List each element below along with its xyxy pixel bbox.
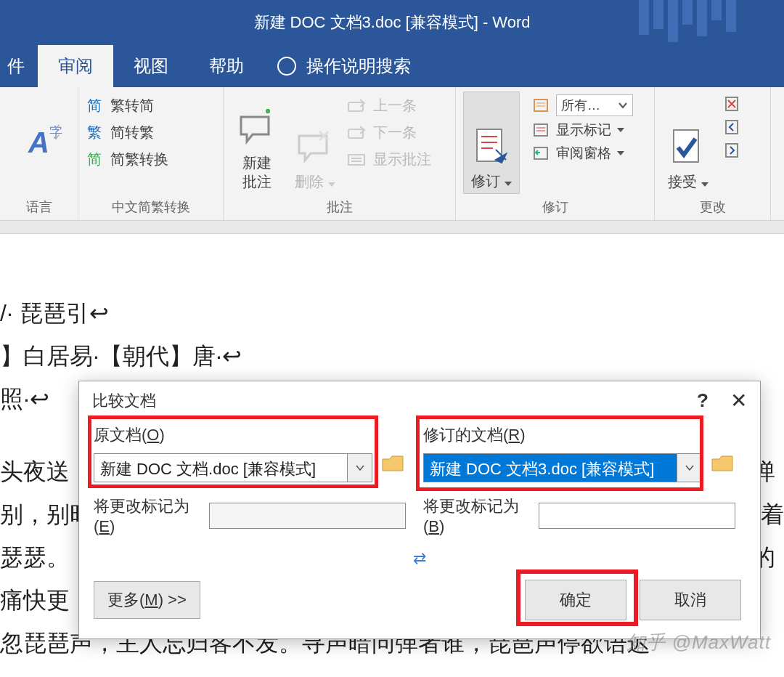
accept-button[interactable]: 接受 [662, 92, 714, 194]
show-markup-icon [533, 123, 550, 137]
dialog-help-button[interactable]: ? [697, 389, 709, 412]
svg-rect-26 [726, 144, 738, 157]
traditional-glyph-icon: 繁 [86, 123, 103, 142]
group-label-language: 语言 [7, 194, 70, 219]
reject-icon [724, 96, 742, 112]
convert-simplified-traditional[interactable]: 简 简繁转换 [86, 150, 168, 169]
tab-help[interactable]: 帮助 [189, 45, 264, 87]
mark-changes-label-2: 将更改标记为(B) [423, 495, 530, 536]
revised-document-dropdown[interactable] [677, 453, 702, 482]
accept-icon [668, 126, 709, 166]
revised-document-combo[interactable]: 新建 DOC 文档3.doc [兼容模式] [423, 453, 677, 482]
group-label-tracking: 修订 [463, 194, 647, 219]
reviewing-pane-button[interactable]: 审阅窗格 [533, 144, 647, 163]
tab-review[interactable]: 审阅 [38, 45, 113, 87]
ribbon: A 字 ✓✓ 语言 简 繁转简 繁 简转繁 简 简繁转换 [0, 87, 784, 221]
doc-line: 】白居易·【朝代】唐·↩ [0, 335, 784, 378]
prev-change-button[interactable] [724, 119, 742, 135]
svg-rect-1 [653, 0, 663, 29]
track-changes-button[interactable]: 修订 [463, 92, 520, 194]
ruler-area [0, 221, 784, 234]
original-document-combo[interactable]: 新建 DOC 文档.doc [兼容模式] [94, 453, 348, 482]
ribbon-group-tracking: 修订 所有… 显示标记 审阅窗格 修订 [456, 87, 655, 220]
prev-comment-button: 上一条 [347, 96, 431, 115]
mark-changes-input-2[interactable] [539, 503, 735, 529]
reviewing-pane-icon [533, 146, 550, 161]
titlebar-graphic [639, 0, 769, 45]
new-comment-icon [237, 107, 277, 147]
original-document-section: 原文档(O) 新建 DOC 文档.doc [兼容模式] 将更改标记为(E) [94, 424, 406, 536]
revised-document-section: 修订的文档(R) 新建 DOC 文档3.doc [兼容模式] 将更改标记为(B) [423, 424, 735, 536]
group-label-changes: 更改 [662, 194, 763, 219]
dialog-close-button[interactable]: ✕ [730, 389, 747, 413]
svg-rect-6 [726, 0, 736, 32]
group-label-simplified: 中文简繁转换 [86, 194, 216, 219]
ribbon-group-language: A 字 ✓✓ 语言 [0, 87, 78, 220]
compare-documents-dialog: 比较文档 ? ✕ 原文档(O) 新建 DOC 文档.doc [兼容模式] 将更改… [78, 381, 761, 639]
language-icon: A [28, 126, 49, 158]
display-for-review[interactable]: 所有… [533, 94, 647, 116]
ribbon-group-simplified: 简 繁转简 繁 简转繁 简 简繁转换 中文简繁转换 [78, 87, 224, 220]
svg-rect-19 [534, 124, 547, 136]
ok-button[interactable]: 确定 [525, 580, 626, 620]
language-button[interactable]: A 字 ✓✓ [23, 123, 55, 162]
show-comments-button: 显示批注 [347, 150, 431, 169]
browse-revised-button[interactable] [711, 453, 735, 474]
svg-rect-3 [682, 0, 693, 25]
prev-change-icon [724, 119, 742, 135]
next-change-icon [724, 142, 742, 158]
chevron-down-icon [618, 100, 628, 110]
next-change-button[interactable] [724, 142, 742, 158]
swap-documents-button[interactable]: ⇄ [79, 539, 760, 575]
mark-changes-input-1 [209, 503, 406, 529]
convert-to-simplified[interactable]: 简 繁转简 [86, 96, 168, 115]
mark-changes-label-1: 将更改标记为(E) [94, 495, 200, 536]
group-label-comments: 批注 [231, 194, 448, 219]
svg-rect-9 [348, 155, 364, 165]
title-bar: 新建 DOC 文档3.doc [兼容模式] - Word [0, 0, 784, 45]
svg-rect-4 [697, 0, 707, 36]
ribbon-tabs: 件 审阅 视图 帮助 操作说明搜索 [0, 45, 784, 87]
browse-original-button[interactable] [381, 453, 406, 474]
delete-comment-icon [295, 126, 335, 166]
simplified-glyph-icon: 简 [86, 96, 103, 115]
svg-rect-2 [668, 0, 678, 42]
show-markup-button[interactable]: 显示标记 [533, 121, 647, 139]
svg-rect-12 [477, 129, 502, 161]
more-options-button[interactable]: 更多(M) >> [94, 581, 200, 619]
doc-line: /· 琵琶引↩ [0, 292, 784, 335]
convert-glyph-icon: 简 [86, 150, 103, 169]
new-comment-button[interactable]: 新建 批注 [231, 92, 283, 194]
original-document-label: 原文档(O) [94, 424, 406, 446]
cancel-button[interactable]: 取消 [640, 580, 741, 620]
prev-comment-icon [347, 98, 367, 114]
original-document-dropdown[interactable] [348, 453, 372, 482]
revised-document-label: 修订的文档(R) [423, 424, 735, 446]
ribbon-group-changes: 接受 更改 [655, 87, 771, 220]
svg-rect-16 [534, 100, 547, 111]
convert-to-traditional[interactable]: 繁 简转繁 [86, 123, 168, 142]
document-title: 新建 DOC 文档3.doc [兼容模式] - Word [254, 12, 531, 33]
tab-view[interactable]: 视图 [113, 45, 189, 87]
delete-comment-button: 删除 [289, 92, 341, 194]
svg-rect-0 [639, 0, 649, 35]
checkmarks-icon: ✓✓ [54, 122, 61, 142]
track-changes-icon [471, 125, 512, 166]
dialog-title: 比较文档 [92, 390, 156, 412]
show-comments-icon [347, 152, 367, 168]
tell-me-search[interactable]: 操作说明搜索 [264, 45, 411, 87]
svg-rect-5 [711, 0, 722, 20]
ribbon-group-comments: 新建 批注 删除 上一条 下一条 显示批注 [224, 87, 456, 220]
next-comment-icon [347, 125, 367, 141]
next-comment-button: 下一条 [347, 123, 431, 142]
markup-doc-icon [533, 98, 550, 113]
svg-rect-23 [674, 130, 698, 162]
lightbulb-icon [277, 57, 296, 76]
svg-rect-25 [726, 121, 738, 134]
tab-file[interactable]: 件 [0, 45, 38, 87]
reject-button[interactable] [724, 96, 742, 112]
